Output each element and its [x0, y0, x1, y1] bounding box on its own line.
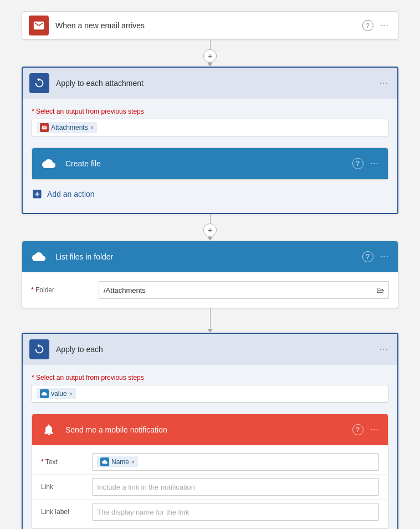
notification-card: Send me a mobile notification ? ··· Text [32, 414, 388, 529]
list-files-actions: ? ··· [362, 251, 391, 263]
value-tag: value × [37, 388, 76, 399]
add-action-icon-1 [32, 189, 43, 200]
create-file-header: Create file ? ··· [32, 148, 388, 179]
section1-select-label: * Select an output from previous steps [32, 108, 388, 116]
link-label-input[interactable]: The display name for the link [92, 503, 379, 521]
attachments-tag: Attachments × [37, 122, 97, 133]
list-files-help-button[interactable]: ? [362, 251, 373, 262]
cloud-icon-2 [29, 247, 49, 267]
apply-each-card: Apply to each ··· * Select an output fro… [22, 333, 398, 529]
section2-more-button[interactable]: ··· [377, 343, 391, 355]
section2-select-label: * Select an output from previous steps [32, 374, 388, 383]
notification-actions: ? ··· [352, 424, 381, 436]
name-tag-icon [100, 457, 109, 466]
text-label: Text [41, 458, 85, 466]
loop-icon-2 [29, 339, 49, 359]
trigger-card: When a new email arrives ? ··· [22, 11, 398, 40]
folder-value: /Attachments [104, 286, 146, 294]
trigger-card-actions: ? ··· [362, 19, 391, 32]
link-label-placeholder: The display name for the link [97, 508, 189, 516]
create-file-more-button[interactable]: ··· [368, 157, 381, 170]
name-tag: Name × [97, 456, 138, 467]
section2-actions: ··· [377, 343, 391, 355]
apply-each-attachment-title: Apply to each attachment [56, 79, 377, 88]
text-tag-input[interactable]: Name × [92, 453, 379, 471]
list-files-title: List files in folder [55, 252, 362, 261]
trigger-more-button[interactable]: ··· [378, 19, 391, 32]
loop-icon-1 [29, 73, 49, 93]
trigger-help-button[interactable]: ? [362, 20, 373, 31]
create-file-label: Create file [65, 159, 352, 168]
folder-input[interactable]: /Attachments 🗁 [99, 281, 389, 299]
value-tag-close[interactable]: × [69, 391, 73, 397]
connector-line-1 [210, 40, 211, 49]
list-files-body: Folder /Attachments 🗁 [22, 272, 398, 308]
apply-each-title: Apply to each [56, 345, 377, 354]
section1-select-row: * Select an output from previous steps A… [23, 99, 397, 141]
link-label-field-row: Link label The display name for the link [32, 500, 388, 524]
section1-more-button[interactable]: ··· [377, 77, 391, 89]
attachments-tag-close[interactable]: × [90, 125, 94, 131]
apply-each-attachment-card: Apply to each attachment ··· * Select an… [22, 67, 398, 214]
notification-more-button[interactable]: ··· [368, 424, 381, 436]
bell-icon [39, 420, 59, 440]
create-file-help-button[interactable]: ? [352, 158, 363, 169]
trigger-label: When a new email arrives [55, 21, 362, 30]
connector-line-2 [210, 214, 211, 223]
connector-arrow-1 [207, 63, 213, 67]
cloud-tag-icon [40, 389, 49, 398]
section2-tag-input[interactable]: value × [32, 385, 388, 403]
link-field-row: Link Include a link in the notification [32, 475, 388, 500]
arrow-3 [207, 308, 213, 333]
arrow-line-3 [210, 308, 211, 329]
add-action-button-1[interactable]: Add an action [23, 184, 104, 204]
add-step-button-1[interactable]: + [203, 49, 217, 63]
flow-container: When a new email arrives ? ··· + Apply t… [0, 0, 420, 529]
section2-select-row: * Select an output from previous steps v… [23, 365, 397, 407]
text-field-row: Text Name × [32, 450, 388, 475]
cloud-icon-1 [39, 154, 59, 174]
connector-arrow-2 [207, 237, 213, 241]
add-step-button-2[interactable]: + [203, 223, 217, 237]
create-file-card: Create file ? ··· [32, 147, 388, 180]
link-label-label: Link label [41, 508, 85, 516]
notification-label: Send me a mobile notification [65, 425, 352, 434]
arrow-head-3 [207, 329, 213, 333]
connector-2: + [203, 214, 217, 241]
connector-1: + [203, 40, 217, 67]
apply-each-header: Apply to each ··· [23, 334, 397, 365]
link-input[interactable]: Include a link in the notification [92, 478, 379, 496]
notification-fields: Text Name × [32, 445, 388, 528]
folder-field-row: Folder /Attachments 🗁 [31, 277, 389, 303]
notification-help-button[interactable]: ? [352, 424, 363, 435]
link-placeholder: Include a link in the notification [97, 483, 195, 491]
gmail-trigger-icon [29, 16, 49, 35]
name-tag-close[interactable]: × [131, 459, 135, 465]
section1-tag-input[interactable]: Attachments × [32, 119, 388, 136]
section1-actions: ··· [377, 77, 391, 89]
list-files-more-button[interactable]: ··· [378, 251, 391, 263]
folder-label: Folder [31, 286, 92, 294]
link-label: Link [41, 483, 85, 491]
list-files-card: List files in folder ? ··· Folder /Attac… [22, 241, 398, 308]
create-file-actions: ? ··· [352, 157, 381, 170]
folder-browse-icon[interactable]: 🗁 [376, 286, 384, 294]
apply-each-attachment-header: Apply to each attachment ··· [23, 68, 397, 99]
notification-header: Send me a mobile notification ? ··· [32, 414, 388, 445]
list-files-header: List files in folder ? ··· [22, 241, 398, 272]
gmail-tag-icon [40, 123, 49, 132]
